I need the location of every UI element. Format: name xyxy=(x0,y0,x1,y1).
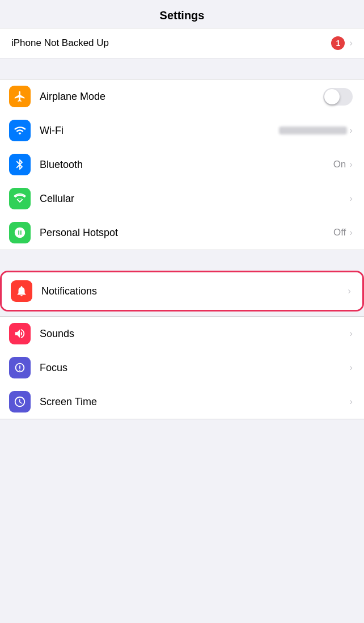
bluetooth-value: On xyxy=(333,159,346,170)
airplane-mode-toggle-track[interactable] xyxy=(323,88,353,106)
cellular-row[interactable]: Cellular › xyxy=(0,182,364,216)
wifi-row[interactable]: Wi-Fi › xyxy=(0,113,364,148)
cellular-label: Cellular xyxy=(40,193,349,205)
airplane-mode-toggle-knob xyxy=(324,89,340,104)
notifications-highlight: Notifications › xyxy=(0,271,364,312)
backup-badge: 1 xyxy=(331,36,345,50)
backup-chevron: › xyxy=(349,37,353,49)
section-gap-2 xyxy=(0,250,364,271)
focus-chevron: › xyxy=(349,362,353,373)
airplane-mode-label: Airplane Mode xyxy=(40,91,323,103)
backup-banner[interactable]: iPhone Not Backed Up 1 › xyxy=(0,28,364,58)
wifi-icon xyxy=(9,120,31,141)
cellular-chevron: › xyxy=(349,193,353,204)
airplane-mode-toggle[interactable] xyxy=(323,88,353,106)
wifi-blur-text xyxy=(279,127,347,134)
personal-hotspot-label: Personal Hotspot xyxy=(40,227,333,239)
sounds-chevron: › xyxy=(349,328,353,339)
header: Settings xyxy=(0,0,364,28)
page-title: Settings xyxy=(160,9,205,22)
notifications-icon xyxy=(11,280,32,302)
screen-time-label: Screen Time xyxy=(40,396,349,408)
sounds-icon xyxy=(9,323,31,344)
connectivity-group: Airplane Mode Wi-Fi › Bluetooth On › xyxy=(0,79,364,250)
sounds-label: Sounds xyxy=(40,328,349,340)
focus-row[interactable]: Focus › xyxy=(0,351,364,385)
bluetooth-chevron: › xyxy=(349,159,353,170)
bluetooth-row[interactable]: Bluetooth On › xyxy=(0,148,364,182)
backup-right: 1 › xyxy=(331,36,353,50)
screen-time-row[interactable]: Screen Time › xyxy=(0,385,364,419)
bluetooth-icon xyxy=(9,154,31,175)
notifications-chevron: › xyxy=(348,285,351,297)
backup-label: iPhone Not Backed Up xyxy=(11,37,109,49)
personal-hotspot-chevron: › xyxy=(349,227,353,238)
notifications-label: Notifications xyxy=(41,285,348,297)
airplane-mode-icon xyxy=(9,86,31,107)
airplane-mode-row[interactable]: Airplane Mode xyxy=(0,79,364,113)
screen-time-icon xyxy=(9,391,31,412)
screen-time-chevron: › xyxy=(349,396,353,407)
section-gap-1 xyxy=(0,58,364,79)
cellular-icon xyxy=(9,188,31,209)
bluetooth-label: Bluetooth xyxy=(40,159,333,171)
focus-label: Focus xyxy=(40,362,349,374)
wifi-chevron: › xyxy=(349,125,353,136)
system-group: Sounds › Focus › Screen Time › xyxy=(0,316,364,419)
notifications-row[interactable]: Notifications › xyxy=(2,272,362,310)
wifi-value-area: › xyxy=(279,125,353,136)
personal-hotspot-row[interactable]: Personal Hotspot Off › xyxy=(0,216,364,250)
sounds-row[interactable]: Sounds › xyxy=(0,317,364,351)
personal-hotspot-value: Off xyxy=(333,227,346,238)
focus-icon xyxy=(9,357,31,378)
personal-hotspot-icon xyxy=(9,222,31,243)
wifi-label: Wi-Fi xyxy=(40,125,279,137)
